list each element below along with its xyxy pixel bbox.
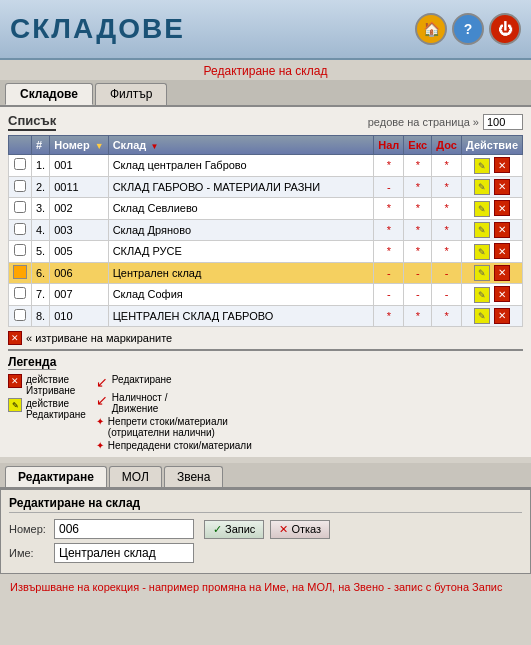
edit-action-icon[interactable]: ✎ — [474, 308, 490, 324]
row-dos: - — [432, 284, 462, 306]
edit-action-icon[interactable]: ✎ — [474, 179, 490, 195]
delete-marked-icon: ✕ — [8, 331, 22, 345]
row-dos: * — [432, 241, 462, 263]
delete-action-icon[interactable]: ✕ — [494, 265, 510, 281]
form-row-name: Име: — [9, 543, 522, 563]
row-checkbox-cell — [9, 176, 32, 198]
row-id: 006 — [50, 262, 108, 284]
main-content: Списък редове на страница » # Номер ▼ Ск… — [0, 107, 531, 457]
row-num: 5. — [32, 241, 50, 263]
row-checkbox-cell — [9, 241, 32, 263]
row-nal: - — [374, 262, 404, 284]
delete-action-icon[interactable]: ✕ — [494, 222, 510, 238]
save-button[interactable]: ✓ Запис — [204, 520, 264, 539]
row-num: 6. — [32, 262, 50, 284]
form-label-name: Име: — [9, 547, 54, 559]
row-name: СКЛАД РУСЕ — [108, 241, 374, 263]
delete-action-icon[interactable]: ✕ — [494, 243, 510, 259]
col-checkbox — [9, 136, 32, 155]
edit-action-icon[interactable]: ✎ — [474, 244, 490, 260]
edit-form-title: Редактиране на склад — [9, 496, 522, 513]
row-checkbox[interactable] — [14, 309, 26, 321]
save-label: Запис — [225, 523, 255, 535]
star-icon-unsent: ✦ — [96, 440, 104, 451]
row-checkbox-cell — [9, 198, 32, 220]
star-icon-neg: ✦ — [96, 416, 104, 427]
table-header-row: # Номер ▼ Склад ▼ Нал Екс Дос Действие — [9, 136, 523, 155]
form-label-number: Номер: — [9, 523, 54, 535]
delete-action-icon[interactable]: ✕ — [494, 200, 510, 216]
delete-marked-row[interactable]: ✕ « изтриване на маркираните — [8, 331, 523, 345]
edit-action-icon[interactable]: ✎ — [474, 222, 490, 238]
legend-title: Легенда — [8, 355, 56, 370]
edit-form: Редактиране на склад Номер: ✓ Запис ✕ От… — [0, 489, 531, 574]
rows-input[interactable] — [483, 114, 523, 130]
cancel-icon: ✕ — [279, 523, 288, 536]
row-num: 3. — [32, 198, 50, 220]
delete-action-icon[interactable]: ✕ — [494, 157, 510, 173]
col-dos: Дос — [432, 136, 462, 155]
sub-tab-mol[interactable]: МОЛ — [109, 466, 162, 487]
sub-tab-edit[interactable]: Редактиране — [5, 466, 107, 487]
row-nal: * — [374, 305, 404, 327]
row-checkbox[interactable] — [14, 158, 26, 170]
legend-item-unsent: ✦ Непредадени стоки/материали — [96, 440, 252, 451]
table-row[interactable]: 2.0011СКЛАД ГАБРОВО - МАТЕРИАЛИ РАЗНИ-**… — [9, 176, 523, 198]
row-id: 0011 — [50, 176, 108, 198]
col-id[interactable]: Номер ▼ — [50, 136, 108, 155]
tab-filter[interactable]: Филтър — [95, 83, 168, 105]
home-button[interactable]: 🏠 — [415, 13, 447, 45]
form-input-name[interactable] — [54, 543, 194, 563]
legend-item-edit2: ↙ Редактиране — [96, 374, 252, 390]
row-name: Централен склад — [108, 262, 374, 284]
row-name: ЦЕНТРАЛЕН СКЛАД ГАБРОВО — [108, 305, 374, 327]
table-row[interactable]: 5.005СКЛАД РУСЕ*** ✎ ✕ — [9, 241, 523, 263]
arrow-icon-movement: ↙ — [96, 392, 108, 408]
row-checkbox[interactable] — [14, 287, 26, 299]
delete-action-icon[interactable]: ✕ — [494, 179, 510, 195]
row-actions: ✎ ✕ — [462, 176, 523, 198]
rows-per-page: редове на страница » — [368, 114, 523, 130]
delete-action-icon[interactable]: ✕ — [494, 286, 510, 302]
edit-action-icon[interactable]: ✎ — [474, 158, 490, 174]
table-row[interactable]: 8.010ЦЕНТРАЛЕН СКЛАД ГАБРОВО*** ✎ ✕ — [9, 305, 523, 327]
delete-action-icon[interactable]: ✕ — [494, 308, 510, 324]
form-buttons: ✓ Запис ✕ Отказ — [204, 520, 330, 539]
edit-action-icon[interactable]: ✎ — [474, 265, 490, 281]
main-tabs: Складове Филтър — [0, 80, 531, 107]
edit-action-icon[interactable]: ✎ — [474, 287, 490, 303]
row-dos: - — [432, 262, 462, 284]
table-row[interactable]: 6.006Централен склад--- ✎ ✕ — [9, 262, 523, 284]
power-button[interactable]: ⏻ — [489, 13, 521, 45]
legend-item-movement: ↙ Наличност /Движение — [96, 392, 252, 414]
legend-item-delete: ✕ действиеИзтриване — [8, 374, 86, 396]
table-row[interactable]: 1.001Склад централен Габрово*** ✎ ✕ — [9, 155, 523, 177]
legend-edit-text: действиеРедактиране — [26, 398, 86, 420]
row-checkbox[interactable] — [14, 223, 26, 235]
help-button[interactable]: ? — [452, 13, 484, 45]
row-name: Склад Севлиево — [108, 198, 374, 220]
cancel-button[interactable]: ✕ Отказ — [270, 520, 330, 539]
row-id: 003 — [50, 219, 108, 241]
legend-item-neg: ✦ Непрети стоки/материали(отрицателни на… — [96, 416, 252, 438]
row-name: Склад Дряново — [108, 219, 374, 241]
row-nal: - — [374, 176, 404, 198]
row-checkbox[interactable] — [14, 201, 26, 213]
table-row[interactable]: 3.002Склад Севлиево*** ✎ ✕ — [9, 198, 523, 220]
tab-skladove[interactable]: Складове — [5, 83, 93, 105]
row-nal: * — [374, 241, 404, 263]
row-checkbox[interactable] — [14, 180, 26, 192]
table-row[interactable]: 7.007Склад София--- ✎ ✕ — [9, 284, 523, 306]
row-dos: * — [432, 198, 462, 220]
form-input-number[interactable] — [54, 519, 194, 539]
table-row[interactable]: 4.003Склад Дряново*** ✎ ✕ — [9, 219, 523, 241]
col-name[interactable]: Склад ▼ — [108, 136, 374, 155]
row-actions: ✎ ✕ — [462, 305, 523, 327]
row-nal: * — [374, 219, 404, 241]
row-eks: * — [404, 219, 432, 241]
row-checkbox[interactable] — [14, 244, 26, 256]
edit-action-icon[interactable]: ✎ — [474, 201, 490, 217]
checkbox-checked[interactable] — [13, 265, 27, 279]
row-id: 010 — [50, 305, 108, 327]
sub-tab-zvena[interactable]: Звена — [164, 466, 223, 487]
